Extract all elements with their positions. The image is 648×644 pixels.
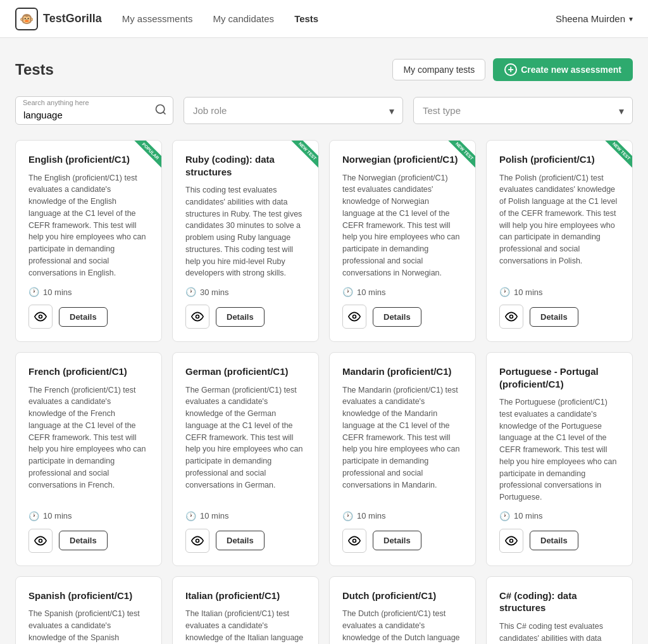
clock-icon: 🕐 [185,287,196,297]
nav-my-assessments[interactable]: My assessments [122,13,193,24]
test-card: Italian (proficient/C1) The Italian (pro… [172,576,319,644]
preview-button[interactable] [28,305,53,329]
card-title: Portuguese - Portugal (proficient/C1) [499,365,620,390]
eye-icon [505,310,518,323]
search-box: Search anything here [15,96,173,125]
card-description: This coding test evaluates candidates' a… [185,184,306,279]
details-button[interactable]: Details [373,531,421,550]
card-description: The Portuguese (proficient/C1) test eval… [499,396,620,503]
card-duration: 10 mins [514,287,543,297]
card-meta: 🕐 10 mins [28,511,149,521]
details-button[interactable]: Details [530,307,578,327]
card-description: The Spanish (proficient/C1) test evaluat… [28,608,149,644]
card-description: The French (proficient/C1) test evaluate… [28,384,149,503]
card-title: German (proficient/C1) [185,365,306,378]
test-card: POPULAR English (proficient/C1) The Engl… [15,140,162,342]
preview-button[interactable] [499,305,523,329]
clock-icon: 🕐 [499,511,510,521]
preview-button[interactable] [342,305,366,329]
clock-icon: 🕐 [185,511,196,521]
details-button[interactable]: Details [373,307,421,327]
card-actions: Details [342,305,463,329]
preview-button[interactable] [342,529,366,553]
search-icon [154,103,167,116]
eye-icon [191,310,204,323]
preview-button[interactable] [499,529,523,553]
user-menu[interactable]: Sheena Muirden ▾ [556,13,633,24]
svg-line-1 [163,111,166,114]
eye-icon [348,310,361,323]
logo-icon: 🐵 [15,8,38,30]
card-actions: Details [28,305,149,329]
card-description: The English (proficient/C1) test evaluat… [28,172,149,280]
svg-point-4 [353,315,356,319]
user-name: Sheena Muirden [556,13,625,24]
test-card: NEW TEST Norwegian (proficient/C1) The N… [329,140,476,342]
clock-icon: 🕐 [342,511,353,521]
main-nav: My assessments My candidates Tests [122,13,556,24]
main-content: Tests My company tests + Create new asse… [0,38,648,644]
details-button[interactable]: Details [530,531,578,550]
create-new-assessment-button[interactable]: + Create new assessment [493,58,633,81]
eye-icon [34,310,47,323]
card-description: The Dutch (proficient/C1) test evaluates… [342,608,463,644]
test-card: C# (coding): data structures This C# cod… [486,576,633,644]
nav-my-candidates[interactable]: My candidates [213,13,274,24]
test-card: NEW TEST Ruby (coding): data structures … [172,140,319,342]
badge-ribbon: POPULAR [132,141,161,170]
card-title: Italian (proficient/C1) [185,590,306,602]
card-actions: Details [342,529,463,553]
card-meta: 🕐 10 mins [342,511,463,521]
svg-point-0 [156,104,165,113]
preview-button[interactable] [185,529,209,553]
badge-ribbon: NEW TEST [446,141,475,170]
job-role-select[interactable]: Job role [184,97,403,124]
test-card: German (proficient/C1) The German (profi… [172,352,319,566]
header-actions: My company tests + Create new assessment [392,58,633,81]
details-button[interactable]: Details [216,307,265,327]
svg-point-8 [353,539,356,542]
test-card: French (proficient/C1) The French (profi… [15,352,162,566]
card-badge: POPULAR [123,141,161,179]
svg-point-2 [39,315,42,319]
test-card: NEW TEST Polish (proficient/C1) The Poli… [486,140,633,342]
card-title: C# (coding): data structures [499,590,620,614]
svg-point-6 [39,539,42,542]
card-duration: 10 mins [43,287,72,297]
card-actions: Details [499,529,620,553]
logo[interactable]: 🐵 TestGorilla [15,8,102,30]
details-button[interactable]: Details [216,531,265,550]
card-title: French (proficient/C1) [28,365,149,378]
svg-point-5 [510,315,513,319]
plus-icon: + [504,63,517,76]
nav-tests[interactable]: Tests [294,13,318,24]
card-actions: Details [28,529,149,553]
card-meta: 🕐 10 mins [185,511,306,521]
card-title: Spanish (proficient/C1) [28,590,149,602]
details-button[interactable]: Details [59,531,108,550]
clock-icon: 🕐 [28,511,39,521]
test-card: Portuguese - Portugal (proficient/C1) Th… [486,352,633,566]
card-description: This C# coding test evaluates candidates… [499,621,620,644]
eye-icon [191,534,204,547]
card-duration: 30 mins [200,287,229,297]
card-actions: Details [499,305,620,329]
job-role-filter: Job role [184,97,403,124]
test-type-select[interactable]: Test type [413,97,633,124]
card-actions: Details [185,305,306,329]
clock-icon: 🕐 [499,287,510,297]
card-title: Dutch (proficient/C1) [342,590,463,602]
navbar: 🐵 TestGorilla My assessments My candidat… [0,0,648,38]
svg-point-3 [196,315,199,319]
test-card: Mandarin (proficient/C1) The Mandarin (p… [329,352,476,566]
eye-icon [34,534,47,547]
preview-button[interactable] [185,305,209,329]
search-icon-button[interactable] [154,103,167,118]
my-company-tests-button[interactable]: My company tests [392,59,485,80]
preview-button[interactable] [28,529,53,553]
card-title: Mandarin (proficient/C1) [342,365,463,378]
details-button[interactable]: Details [59,307,108,327]
card-badge: NEW TEST [594,141,632,179]
card-description: The Italian (proficient/C1) test evaluat… [185,608,306,644]
card-actions: Details [185,529,306,553]
